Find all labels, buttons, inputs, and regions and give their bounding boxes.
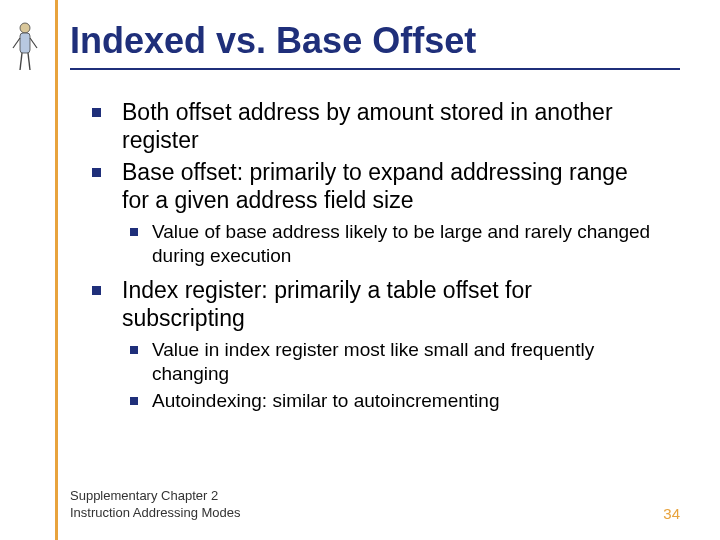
svg-line-5 — [28, 53, 30, 70]
sub-bullet-item: Autoindexing: similar to autoincrementin… — [122, 389, 654, 413]
sub-bullet-item: Value in index register most like small … — [122, 338, 654, 386]
bullet-text: Index register: primarily a table offset… — [122, 277, 532, 331]
svg-rect-1 — [20, 33, 30, 53]
bullet-item: Base offset: primarily to expand address… — [74, 158, 654, 268]
footer-chapter: Supplementary Chapter 2 Instruction Addr… — [70, 488, 241, 522]
bullet-item: Index register: primarily a table offset… — [74, 276, 654, 413]
slide-decoration-icon — [10, 20, 40, 75]
bullet-text: Base offset: primarily to expand address… — [122, 159, 628, 213]
sub-bullet-item: Value of base address likely to be large… — [122, 220, 654, 268]
slide-footer: Supplementary Chapter 2 Instruction Addr… — [70, 488, 680, 522]
slide-content: Both offset address by amount stored in … — [74, 98, 654, 413]
page-number: 34 — [663, 505, 680, 522]
vertical-rule — [55, 0, 58, 540]
svg-line-2 — [13, 38, 20, 48]
slide-title: Indexed vs. Base Offset — [70, 20, 680, 70]
svg-point-0 — [20, 23, 30, 33]
bullet-item: Both offset address by amount stored in … — [74, 98, 654, 154]
footer-line2: Instruction Addressing Modes — [70, 505, 241, 522]
svg-line-3 — [30, 38, 37, 48]
svg-line-4 — [20, 53, 22, 70]
footer-line1: Supplementary Chapter 2 — [70, 488, 241, 505]
